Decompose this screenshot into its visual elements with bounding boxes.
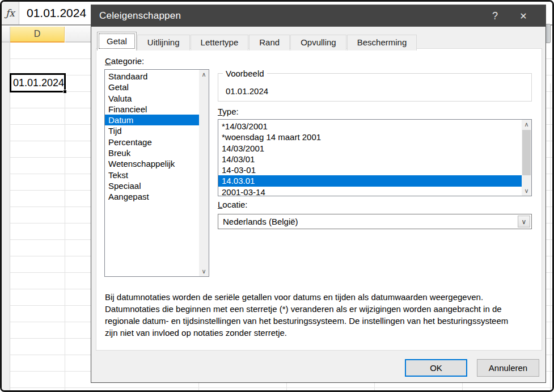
category-list-item[interactable]: Financieel <box>105 104 199 115</box>
description-line: Bij datumnotaties worden de seriële geta… <box>105 291 508 303</box>
type-list-item[interactable]: 14-03-01 <box>218 165 522 175</box>
preview-label: Voorbeeld <box>223 69 267 78</box>
category-label: Categorie: <box>105 56 144 66</box>
dialog-title-bar[interactable]: Celeigenschappen ? ✕ <box>91 5 545 27</box>
type-label: Type: <box>218 107 239 116</box>
category-list-item[interactable]: Wetenschappelijk <box>105 158 199 169</box>
category-list-item[interactable]: Tijd <box>105 125 199 136</box>
formula-bar-input[interactable]: 01.01.2024 <box>19 2 86 24</box>
category-list-item[interactable]: Getal <box>105 82 199 92</box>
locale-label: Locatie: <box>218 200 248 209</box>
scroll-up-icon[interactable]: ∧ <box>522 120 531 129</box>
type-listbox[interactable]: *14/03/2001*woensdag 14 maart 200114/03/… <box>218 119 532 196</box>
category-list-item[interactable]: Standaard <box>105 71 199 82</box>
column-header-next[interactable] <box>65 27 94 43</box>
ok-button[interactable]: OK <box>405 359 467 377</box>
tab-strip: GetalUitlijningLettertypeRandOpvullingBe… <box>97 32 417 50</box>
tab-uitlijning[interactable]: Uitlijning <box>137 35 190 50</box>
select-all-corner <box>2 27 10 43</box>
scroll-down-icon[interactable]: ∨ <box>199 267 209 276</box>
category-list-item[interactable]: Datum <box>105 115 199 125</box>
preview-groupbox: Voorbeeld 01.01.2024 <box>218 73 532 102</box>
scroll-up-icon[interactable]: ∧ <box>199 70 209 79</box>
type-list-item[interactable]: 2001-03-14 <box>218 187 522 196</box>
type-list-item[interactable]: *14/03/2001 <box>218 121 522 132</box>
type-list-item[interactable]: *woensdag 14 maart 2001 <box>218 132 522 142</box>
category-list-item[interactable]: Breuk <box>105 147 199 158</box>
type-list-item[interactable]: 14/03/01 <box>218 154 522 165</box>
category-list-item[interactable]: Aangepast <box>105 191 199 202</box>
tab-opvulling[interactable]: Opvulling <box>290 35 346 50</box>
description-line: zijn niet van invloed op notaties zonder… <box>105 327 508 339</box>
close-icon[interactable]: ✕ <box>509 5 538 27</box>
row-header-strip <box>2 43 10 390</box>
cancel-button[interactable]: Annuleren <box>477 359 539 377</box>
preview-value: 01.01.2024 <box>226 86 268 96</box>
category-list-item[interactable]: Tekst <box>105 170 199 180</box>
locale-combobox[interactable]: Nederlands (België) ∨ <box>218 214 532 229</box>
description-line: regionale datum- en tijdsinstellingen va… <box>105 315 508 327</box>
description-line: Datumnotaties die beginnen met een sterr… <box>105 303 508 315</box>
tab-rand[interactable]: Rand <box>249 35 290 50</box>
tab-getal[interactable]: Getal <box>97 32 137 50</box>
column-header-d[interactable]: D <box>10 27 65 43</box>
category-list-item[interactable]: Percentage <box>105 137 199 147</box>
chevron-down-icon[interactable]: ∨ <box>518 216 530 227</box>
dialog-title: Celeigenschappen <box>91 10 181 22</box>
scroll-down-icon[interactable]: ∨ <box>522 186 531 196</box>
tab-page-getal: Categorie: StandaardGetalValutaFinanciee… <box>96 48 542 351</box>
category-list-item[interactable]: Valuta <box>105 93 199 104</box>
tab-bescherming[interactable]: Bescherming <box>347 35 417 50</box>
selected-cell-value: 01.01.2024 <box>13 77 64 89</box>
type-list-items: *14/03/2001*woensdag 14 maart 200114/03/… <box>218 121 522 196</box>
category-listbox[interactable]: StandaardGetalValutaFinancieelDatumTijdP… <box>104 69 209 277</box>
format-cells-dialog: Celeigenschappen ? ✕ GetalUitlijningLett… <box>91 5 546 383</box>
help-icon[interactable]: ? <box>481 5 509 27</box>
tab-lettertype[interactable]: Lettertype <box>191 35 249 50</box>
selected-cell[interactable]: 01.01.2024 <box>10 73 66 92</box>
excel-window: ƒx 01.01.2024 D 01.01.2024 Celeigenschap… <box>0 0 554 392</box>
type-list-item[interactable]: 14.03.01 <box>218 175 522 186</box>
scrollbar-thumb[interactable] <box>522 130 531 175</box>
category-list-item[interactable]: Speciaal <box>105 180 199 191</box>
type-list-item[interactable]: 14/03/2001 <box>218 143 522 154</box>
category-list-items: StandaardGetalValutaFinancieelDatumTijdP… <box>105 71 199 203</box>
description-text: Bij datumnotaties worden de seriële geta… <box>105 291 508 339</box>
locale-value: Nederlands (België) <box>218 217 531 226</box>
type-scrollbar[interactable]: ∧ ∨ <box>522 120 531 196</box>
category-scrollbar[interactable]: ∧ ∨ <box>199 70 209 276</box>
fill-handle[interactable] <box>63 90 67 94</box>
fx-icon[interactable]: ƒx <box>2 2 19 24</box>
